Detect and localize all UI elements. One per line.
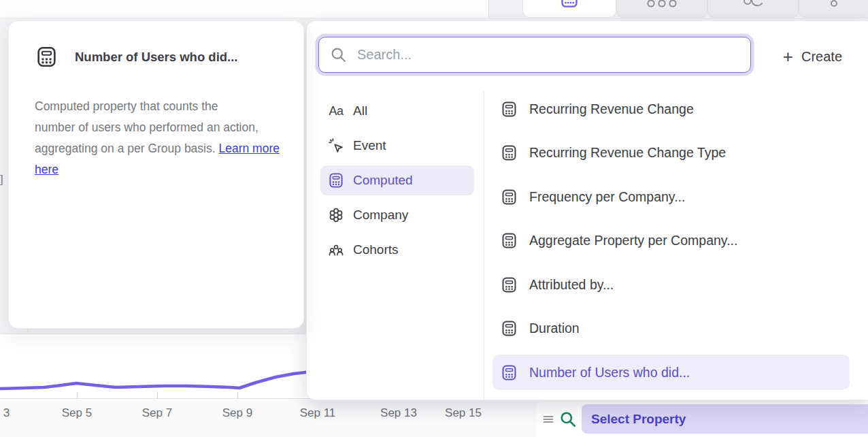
calculator-icon [501,276,518,293]
calculator-icon [501,189,518,206]
category-label: Event [353,138,386,153]
funnels-report-icon [646,0,678,8]
tab-funnels[interactable] [616,0,707,18]
property-item-label: Recurring Revenue Change [529,101,694,117]
search-icon [559,410,577,428]
calculator-icon [328,172,344,189]
tooltip-header: Number of Users who did... [9,21,303,68]
category-label: Cohorts [353,242,399,257]
tab-retention[interactable] [707,0,799,18]
company-cluster-icon [328,207,344,223]
retention-report-icon [741,0,765,8]
tooltip-title: Number of Users who did... [75,50,238,65]
axis-tick [157,392,158,399]
cohorts-people-icon [328,242,344,258]
category-label: Computed [353,173,413,188]
create-button[interactable]: + Create [783,48,842,65]
property-item-label: Number of Users who did... [529,365,690,381]
property-item[interactable]: Aggregate Property per Company... [493,223,850,259]
x-axis-label: Sep 9 [222,406,252,420]
category-list: Aa All Event [320,96,474,270]
text-format-icon: Aa [329,104,343,118]
background-card-top [0,0,489,18]
plus-icon: + [783,48,793,65]
property-list: Recurring Revenue Change Recurring Reven… [493,91,850,399]
calculator-icon [501,232,518,249]
property-item[interactable]: Duration [493,311,850,346]
picker-search-box [318,37,751,73]
category-company[interactable]: Company [320,200,474,230]
property-item[interactable]: Frequency per Company... [493,179,850,214]
calculator-icon [501,320,518,337]
select-property-label: Select Property [591,412,686,427]
category-computed[interactable]: Computed [320,165,474,195]
calculator-icon [501,101,518,118]
select-property-button[interactable]: Select Property [582,404,868,434]
tab-insights[interactable] [522,0,616,18]
property-picker-panel: + Create Aa All Event [306,20,868,400]
description-text: Computed property that counts the [35,96,292,117]
x-axis-label: Sep 5 [62,406,92,420]
x-axis-label: Sep 15 [445,406,482,420]
x-axis-label: Sep 7 [142,406,172,420]
property-tooltip-card: Number of Users who did... Computed prop… [8,20,304,329]
category-all[interactable]: Aa All [320,96,474,126]
flows-report-icon [824,0,844,8]
tooltip-description: Computed property that counts the number… [35,96,292,180]
category-cohorts[interactable]: Cohorts [320,235,474,265]
search-icon [330,46,347,63]
x-axis-label: Sep 3 [0,406,10,420]
search-input[interactable] [356,46,739,63]
property-item[interactable]: Attributed by... [493,267,850,302]
calculator-icon [501,364,518,381]
calculator-icon [35,46,58,68]
calculator-icon [501,144,518,161]
property-item-label: Frequency per Company... [529,189,685,205]
category-label: Company [353,208,408,223]
axis-tick [237,392,238,399]
property-item[interactable]: Recurring Revenue Change [493,91,850,127]
event-click-icon [328,137,344,154]
description-text: aggregating on a per Group basis. [35,142,216,155]
property-item-label: Duration [529,321,580,336]
property-item[interactable]: Recurring Revenue Change Type [493,135,850,171]
insights-report-icon [560,0,579,8]
panel-divider [484,91,484,400]
x-axis-label: Sep 13 [380,406,417,420]
category-event[interactable]: Event [320,131,474,161]
property-select-row: Select Property [536,401,868,437]
screen: Sep 3 Sep 5 Sep 7 Sep 9 Sep 11 Sep 13 Se… [0,0,868,437]
description-text: number of users who performed an action, [35,117,292,138]
report-tabs [489,0,868,19]
axis-tick [77,392,78,399]
property-item-selected[interactable]: Number of Users who did... [493,355,850,390]
property-item-label: Recurring Revenue Change Type [529,145,726,161]
clipped-background-text: ] [0,173,3,187]
create-button-label: Create [801,49,842,65]
property-item-label: Attributed by... [529,277,614,293]
x-axis-label: Sep 11 [300,406,336,420]
property-item-label: Aggregate Property per Company... [529,233,737,248]
tab-flows[interactable] [799,0,868,18]
category-label: All [353,103,367,118]
drag-handle-icon[interactable] [542,413,554,425]
